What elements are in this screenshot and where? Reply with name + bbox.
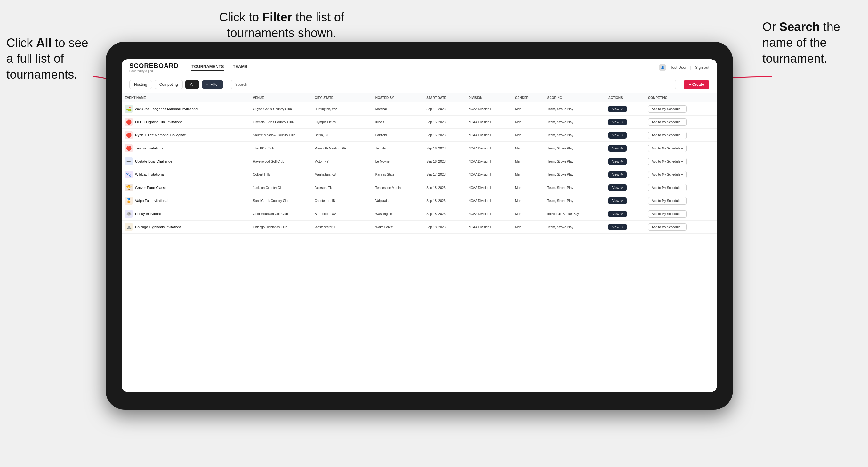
- gender-cell-3: Men: [512, 142, 544, 155]
- view-button-8[interactable]: View ⊙: [609, 211, 627, 217]
- table-row: 🔴 Temple Invitational The 1912 Club Plym…: [122, 142, 717, 155]
- event-name-cell-7: 🏅 Valpo Fall Invitational: [122, 194, 250, 208]
- actions-cell-9: View ⊙: [605, 221, 645, 234]
- event-name-cell-1: 🔴 OFCC Fighting Illini Invitational: [122, 116, 250, 129]
- all-tab[interactable]: All: [185, 80, 199, 89]
- view-button-0[interactable]: View ⊙: [609, 105, 627, 112]
- division-cell-2: NCAA Division I: [465, 129, 512, 142]
- create-button[interactable]: + Create: [684, 80, 709, 89]
- venue-cell-2: Shuttle Meadow Country Club: [250, 129, 311, 142]
- view-button-1[interactable]: View ⊙: [609, 119, 627, 125]
- view-button-3[interactable]: View ⊙: [609, 145, 627, 152]
- competing-tab[interactable]: Competing: [155, 80, 183, 89]
- gender-cell-0: Men: [512, 102, 544, 116]
- venue-cell-3: The 1912 Club: [250, 142, 311, 155]
- gender-cell-1: Men: [512, 116, 544, 129]
- table-row: 🏅 Valpo Fall Invitational Sand Creek Cou…: [122, 194, 717, 208]
- col-competing: COMPETING: [645, 93, 717, 102]
- actions-cell-6: View ⊙: [605, 181, 645, 194]
- event-name-cell-6: 🏆 Grover Page Classic: [122, 181, 250, 194]
- event-name-4: Upstate Dual Challenge: [135, 159, 172, 163]
- sign-out-link[interactable]: Sign out: [695, 65, 709, 70]
- add-schedule-button-4[interactable]: Add to My Schedule +: [648, 158, 686, 165]
- view-button-9[interactable]: View ⊙: [609, 224, 627, 230]
- col-gender: GENDER: [512, 93, 544, 102]
- scoring-cell-5: Team, Stroke Play: [544, 168, 605, 181]
- add-schedule-button-2[interactable]: Add to My Schedule +: [648, 131, 686, 139]
- add-schedule-button-0[interactable]: Add to My Schedule +: [648, 105, 686, 113]
- col-event-name: EVENT NAME: [122, 93, 250, 102]
- competing-cell-7: Add to My Schedule +: [645, 194, 717, 208]
- add-schedule-button-6[interactable]: Add to My Schedule +: [648, 184, 686, 191]
- division-cell-3: NCAA Division I: [465, 142, 512, 155]
- hosting-tab[interactable]: Hosting: [129, 80, 152, 89]
- city-state-cell-1: Olympia Fields, IL: [311, 116, 372, 129]
- gender-cell-7: Men: [512, 194, 544, 208]
- toolbar: Hosting Competing All ≡ Filter + Create: [122, 76, 717, 93]
- table-row: ⛰️ Chicago Highlands Invitational Chicag…: [122, 221, 717, 234]
- table-row: 🐾 Wildcat Invitational Colbert Hills Man…: [122, 168, 717, 181]
- venue-cell-4: Ravenwood Golf Club: [250, 155, 311, 168]
- table-container: EVENT NAME VENUE CITY, STATE HOSTED BY S…: [122, 93, 717, 392]
- competing-cell-2: Add to My Schedule +: [645, 129, 717, 142]
- nav-tab-tournaments[interactable]: TOURNAMENTS: [191, 64, 224, 71]
- add-schedule-button-7[interactable]: Add to My Schedule +: [648, 197, 686, 205]
- scoring-cell-7: Team, Stroke Play: [544, 194, 605, 208]
- team-logo-0: ⛳: [125, 105, 132, 113]
- hosted-by-cell-5: Kansas State: [372, 168, 424, 181]
- team-logo-8: 🐺: [125, 210, 132, 218]
- add-schedule-button-1[interactable]: Add to My Schedule +: [648, 118, 686, 126]
- scoring-cell-0: Team, Stroke Play: [544, 102, 605, 116]
- add-schedule-button-9[interactable]: Add to My Schedule +: [648, 223, 686, 231]
- add-schedule-button-3[interactable]: Add to My Schedule +: [648, 145, 686, 152]
- division-cell-7: NCAA Division I: [465, 194, 512, 208]
- event-name-cell-3: 🔴 Temple Invitational: [122, 142, 250, 155]
- competing-cell-5: Add to My Schedule +: [645, 168, 717, 181]
- actions-cell-1: View ⊙: [605, 116, 645, 129]
- view-button-4[interactable]: View ⊙: [609, 158, 627, 165]
- tablet-screen: SCOREBOARD Powered by clippd TOURNAMENTS…: [122, 59, 717, 392]
- search-input[interactable]: [231, 80, 676, 89]
- logo-area: SCOREBOARD Powered by clippd: [129, 62, 179, 73]
- table-row: 🏆 Grover Page Classic Jackson Country Cl…: [122, 181, 717, 194]
- venue-cell-6: Jackson Country Club: [250, 181, 311, 194]
- start-date-cell-9: Sep 18, 2023: [423, 221, 465, 234]
- city-state-cell-9: Westchester, IL: [311, 221, 372, 234]
- table-row: 🐺 Husky Individual Gold Mountain Golf Cl…: [122, 208, 717, 221]
- view-button-5[interactable]: View ⊙: [609, 171, 627, 178]
- view-button-7[interactable]: View ⊙: [609, 197, 627, 204]
- app-header: SCOREBOARD Powered by clippd TOURNAMENTS…: [122, 59, 717, 76]
- add-schedule-button-8[interactable]: Add to My Schedule +: [648, 210, 686, 218]
- col-venue: VENUE: [250, 93, 311, 102]
- venue-cell-1: Olympia Fields Country Club: [250, 116, 311, 129]
- gender-cell-2: Men: [512, 129, 544, 142]
- event-name-6: Grover Page Classic: [135, 186, 167, 189]
- view-button-6[interactable]: View ⊙: [609, 184, 627, 191]
- view-button-2[interactable]: View ⊙: [609, 132, 627, 138]
- header-separator: |: [690, 65, 691, 70]
- logo-text: SCOREBOARD: [129, 62, 179, 69]
- col-division: DIVISION: [465, 93, 512, 102]
- division-cell-8: NCAA Division I: [465, 208, 512, 221]
- event-name-0: 2023 Joe Feaganes Marshall Invitational: [135, 107, 198, 111]
- city-state-cell-6: Jackson, TN: [311, 181, 372, 194]
- nav-tabs: TOURNAMENTS TEAMS: [191, 64, 659, 71]
- scoring-cell-3: Team, Stroke Play: [544, 142, 605, 155]
- team-logo-9: ⛰️: [125, 223, 132, 231]
- hosted-by-cell-4: Le Moyne: [372, 155, 424, 168]
- competing-cell-3: Add to My Schedule +: [645, 142, 717, 155]
- start-date-cell-3: Sep 16, 2023: [423, 142, 465, 155]
- add-schedule-button-5[interactable]: Add to My Schedule +: [648, 171, 686, 178]
- nav-tab-teams[interactable]: TEAMS: [233, 64, 247, 71]
- filter-button[interactable]: ≡ Filter: [202, 80, 223, 89]
- start-date-cell-2: Sep 16, 2023: [423, 129, 465, 142]
- event-name-2: Ryan T. Lee Memorial Collegiate: [135, 133, 186, 137]
- team-logo-3: 🔴: [125, 144, 132, 152]
- scoring-cell-9: Team, Stroke Play: [544, 221, 605, 234]
- filter-icon: ≡: [206, 82, 208, 87]
- col-hosted-by: HOSTED BY: [372, 93, 424, 102]
- actions-cell-0: View ⊙: [605, 102, 645, 116]
- actions-cell-5: View ⊙: [605, 168, 645, 181]
- hosted-by-cell-0: Marshall: [372, 102, 424, 116]
- start-date-cell-1: Sep 15, 2023: [423, 116, 465, 129]
